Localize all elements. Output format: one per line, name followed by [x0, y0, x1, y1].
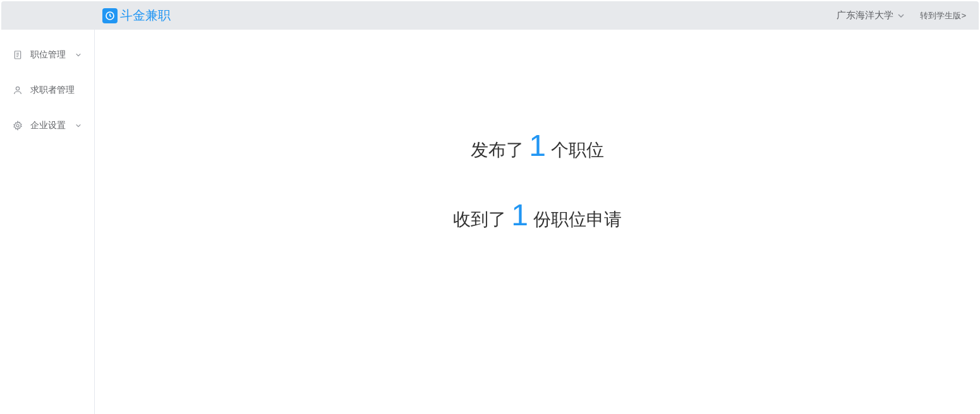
chevron-down-icon [75, 52, 82, 58]
university-selector[interactable]: 广东海洋大学 [837, 9, 905, 21]
sidebar-item-positions[interactable]: 职位管理 [0, 37, 94, 73]
stat-prefix: 收到了 [453, 208, 506, 232]
chevron-down-icon [75, 122, 82, 129]
clock-icon [102, 8, 118, 23]
sidebar: 职位管理 求职者管理 企业设置 [0, 30, 95, 414]
user-icon [13, 85, 23, 95]
gear-icon [13, 121, 23, 131]
stat-suffix: 个职位 [551, 138, 604, 162]
sidebar-item-label: 求职者管理 [30, 85, 75, 96]
sidebar-item-applicants[interactable]: 求职者管理 [0, 73, 94, 108]
stat-suffix: 份职位申请 [533, 208, 622, 232]
header: 斗金兼职 广东海洋大学 转到学生版> [1, 1, 979, 30]
stat-number: 1 [529, 131, 546, 161]
sidebar-item-label: 企业设置 [30, 120, 66, 131]
university-name: 广东海洋大学 [837, 9, 893, 21]
stat-prefix: 发布了 [471, 138, 524, 162]
logo[interactable]: 斗金兼职 [102, 7, 171, 24]
main-content: 发布了 1 个职位 收到了 1 份职位申请 [95, 30, 980, 414]
switch-student-link[interactable]: 转到学生版> [920, 10, 966, 21]
sidebar-item-settings[interactable]: 企业设置 [0, 108, 94, 143]
svg-point-6 [16, 124, 19, 127]
header-right: 广东海洋大学 转到学生版> [837, 9, 966, 21]
stat-published: 发布了 1 个职位 [471, 131, 604, 162]
chevron-down-icon [897, 12, 905, 20]
logo-text: 斗金兼职 [120, 7, 171, 24]
svg-point-5 [16, 87, 19, 90]
stat-number: 1 [511, 200, 528, 230]
sidebar-item-label: 职位管理 [30, 49, 66, 61]
document-icon [13, 50, 23, 60]
stat-received: 收到了 1 份职位申请 [453, 200, 622, 232]
